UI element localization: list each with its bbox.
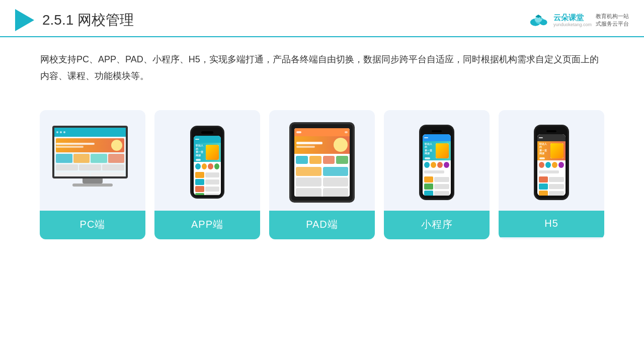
description-content: 网校支持PC、APP、PAD、小程序、H5，实现多端打通，产品各终端自由切换，数… — [40, 51, 604, 85]
card-miniapp: 职达人的第一堂网课 — [384, 110, 490, 239]
card-app: 职达人的第一堂网课 — [154, 110, 260, 239]
svg-rect-6 — [540, 17, 541, 19]
cloud-logo-icon — [527, 13, 549, 28]
title-text: 网校管理 — [77, 12, 134, 28]
card-app-label: APP端 — [154, 211, 260, 239]
logo-slogan: 教育机构一站式服务云平台 — [596, 13, 629, 28]
card-pad-image — [269, 110, 375, 211]
cards-container: PC端 职达人的第一堂网课 — [0, 95, 644, 249]
card-pc-image — [40, 110, 145, 211]
card-h5: 职达人的第一堂网课 — [499, 110, 604, 239]
card-h5-image: 职达人的第一堂网课 — [499, 110, 604, 211]
page-title: 2.5.1 网校管理 — [42, 11, 134, 30]
card-miniapp-image: 职达人的第一堂网课 — [384, 110, 490, 211]
pc-screen — [52, 126, 128, 178]
description-text: 网校支持PC、APP、PAD、小程序、H5，实现多端打通，产品各终端自由切换，数… — [0, 37, 644, 90]
pc-mockup — [52, 126, 133, 199]
header: 2.5.1 网校管理 云朵课堂 yunduoketang.com 教育机构一站式… — [0, 0, 644, 37]
miniapp-phone-mockup: 职达人的第一堂网课 — [419, 125, 454, 200]
logo-text-area: 云朵课堂 yunduoketang.com — [553, 13, 592, 27]
play-icon — [15, 9, 34, 31]
card-miniapp-label: 小程序 — [384, 211, 490, 239]
header-left: 2.5.1 网校管理 — [15, 9, 134, 31]
title-number: 2.5.1 — [42, 12, 73, 28]
card-app-image: 职达人的第一堂网课 — [154, 110, 260, 211]
card-pad-label: PAD端 — [269, 211, 375, 239]
card-pad: PAD端 — [269, 110, 375, 239]
logo-name: 云朵课堂 — [553, 13, 584, 22]
card-h5-label: H5 — [499, 211, 604, 237]
app-phone-mockup: 职达人的第一堂网课 — [190, 126, 224, 199]
card-pc-label: PC端 — [40, 211, 145, 239]
pad-tablet-mockup — [289, 122, 355, 203]
logo-area: 云朵课堂 yunduoketang.com 教育机构一站式服务云平台 — [527, 13, 629, 28]
logo-url: yunduoketang.com — [553, 22, 592, 27]
h5-phone-mockup: 职达人的第一堂网课 — [534, 125, 569, 200]
card-pc: PC端 — [40, 110, 145, 239]
